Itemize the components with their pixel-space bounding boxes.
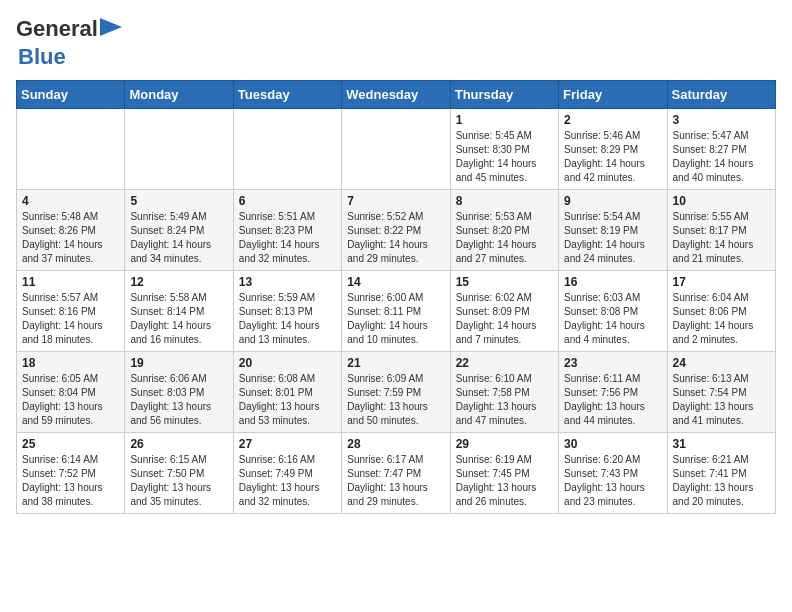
calendar-cell: 2Sunrise: 5:46 AM Sunset: 8:29 PM Daylig…: [559, 109, 667, 190]
weekday-header-friday: Friday: [559, 81, 667, 109]
day-number: 24: [673, 356, 770, 370]
day-number: 7: [347, 194, 444, 208]
day-info: Sunrise: 5:49 AM Sunset: 8:24 PM Dayligh…: [130, 210, 227, 266]
day-number: 22: [456, 356, 553, 370]
day-info: Sunrise: 6:13 AM Sunset: 7:54 PM Dayligh…: [673, 372, 770, 428]
calendar-table: SundayMondayTuesdayWednesdayThursdayFrid…: [16, 80, 776, 514]
calendar-cell: 25Sunrise: 6:14 AM Sunset: 7:52 PM Dayli…: [17, 433, 125, 514]
page-header: General Blue: [16, 16, 776, 70]
calendar-cell: 12Sunrise: 5:58 AM Sunset: 8:14 PM Dayli…: [125, 271, 233, 352]
calendar-cell: 27Sunrise: 6:16 AM Sunset: 7:49 PM Dayli…: [233, 433, 341, 514]
day-info: Sunrise: 6:03 AM Sunset: 8:08 PM Dayligh…: [564, 291, 661, 347]
logo-arrow-icon: [100, 18, 122, 36]
calendar-cell: [342, 109, 450, 190]
calendar-cell: 31Sunrise: 6:21 AM Sunset: 7:41 PM Dayli…: [667, 433, 775, 514]
day-info: Sunrise: 6:09 AM Sunset: 7:59 PM Dayligh…: [347, 372, 444, 428]
day-number: 8: [456, 194, 553, 208]
calendar-cell: 9Sunrise: 5:54 AM Sunset: 8:19 PM Daylig…: [559, 190, 667, 271]
day-number: 14: [347, 275, 444, 289]
calendar-week-row: 25Sunrise: 6:14 AM Sunset: 7:52 PM Dayli…: [17, 433, 776, 514]
day-number: 6: [239, 194, 336, 208]
calendar-cell: 23Sunrise: 6:11 AM Sunset: 7:56 PM Dayli…: [559, 352, 667, 433]
logo-blue: Blue: [18, 44, 66, 69]
day-number: 17: [673, 275, 770, 289]
day-number: 30: [564, 437, 661, 451]
day-number: 26: [130, 437, 227, 451]
calendar-cell: 26Sunrise: 6:15 AM Sunset: 7:50 PM Dayli…: [125, 433, 233, 514]
calendar-cell: 5Sunrise: 5:49 AM Sunset: 8:24 PM Daylig…: [125, 190, 233, 271]
day-number: 12: [130, 275, 227, 289]
calendar-cell: 13Sunrise: 5:59 AM Sunset: 8:13 PM Dayli…: [233, 271, 341, 352]
day-info: Sunrise: 6:11 AM Sunset: 7:56 PM Dayligh…: [564, 372, 661, 428]
calendar-cell: 29Sunrise: 6:19 AM Sunset: 7:45 PM Dayli…: [450, 433, 558, 514]
day-info: Sunrise: 5:55 AM Sunset: 8:17 PM Dayligh…: [673, 210, 770, 266]
calendar-cell: 22Sunrise: 6:10 AM Sunset: 7:58 PM Dayli…: [450, 352, 558, 433]
day-info: Sunrise: 6:17 AM Sunset: 7:47 PM Dayligh…: [347, 453, 444, 509]
calendar-cell: 11Sunrise: 5:57 AM Sunset: 8:16 PM Dayli…: [17, 271, 125, 352]
calendar-cell: 21Sunrise: 6:09 AM Sunset: 7:59 PM Dayli…: [342, 352, 450, 433]
day-number: 21: [347, 356, 444, 370]
day-number: 15: [456, 275, 553, 289]
calendar-cell: 8Sunrise: 5:53 AM Sunset: 8:20 PM Daylig…: [450, 190, 558, 271]
day-number: 5: [130, 194, 227, 208]
calendar-cell: 24Sunrise: 6:13 AM Sunset: 7:54 PM Dayli…: [667, 352, 775, 433]
day-info: Sunrise: 5:57 AM Sunset: 8:16 PM Dayligh…: [22, 291, 119, 347]
day-info: Sunrise: 5:48 AM Sunset: 8:26 PM Dayligh…: [22, 210, 119, 266]
day-number: 19: [130, 356, 227, 370]
day-number: 28: [347, 437, 444, 451]
svg-marker-0: [100, 18, 122, 36]
calendar-cell: 14Sunrise: 6:00 AM Sunset: 8:11 PM Dayli…: [342, 271, 450, 352]
weekday-header-saturday: Saturday: [667, 81, 775, 109]
calendar-cell: [233, 109, 341, 190]
day-info: Sunrise: 6:04 AM Sunset: 8:06 PM Dayligh…: [673, 291, 770, 347]
calendar-cell: [17, 109, 125, 190]
weekday-header-sunday: Sunday: [17, 81, 125, 109]
day-info: Sunrise: 6:14 AM Sunset: 7:52 PM Dayligh…: [22, 453, 119, 509]
day-info: Sunrise: 5:47 AM Sunset: 8:27 PM Dayligh…: [673, 129, 770, 185]
day-number: 1: [456, 113, 553, 127]
day-info: Sunrise: 6:02 AM Sunset: 8:09 PM Dayligh…: [456, 291, 553, 347]
day-number: 3: [673, 113, 770, 127]
weekday-header-monday: Monday: [125, 81, 233, 109]
calendar-week-row: 1Sunrise: 5:45 AM Sunset: 8:30 PM Daylig…: [17, 109, 776, 190]
day-info: Sunrise: 5:45 AM Sunset: 8:30 PM Dayligh…: [456, 129, 553, 185]
day-info: Sunrise: 5:58 AM Sunset: 8:14 PM Dayligh…: [130, 291, 227, 347]
calendar-cell: 18Sunrise: 6:05 AM Sunset: 8:04 PM Dayli…: [17, 352, 125, 433]
day-info: Sunrise: 6:20 AM Sunset: 7:43 PM Dayligh…: [564, 453, 661, 509]
calendar-cell: [125, 109, 233, 190]
calendar-cell: 17Sunrise: 6:04 AM Sunset: 8:06 PM Dayli…: [667, 271, 775, 352]
day-info: Sunrise: 6:05 AM Sunset: 8:04 PM Dayligh…: [22, 372, 119, 428]
weekday-header-row: SundayMondayTuesdayWednesdayThursdayFrid…: [17, 81, 776, 109]
day-info: Sunrise: 6:08 AM Sunset: 8:01 PM Dayligh…: [239, 372, 336, 428]
day-number: 25: [22, 437, 119, 451]
day-number: 29: [456, 437, 553, 451]
logo: General Blue: [16, 16, 98, 70]
calendar-cell: 10Sunrise: 5:55 AM Sunset: 8:17 PM Dayli…: [667, 190, 775, 271]
calendar-cell: 1Sunrise: 5:45 AM Sunset: 8:30 PM Daylig…: [450, 109, 558, 190]
calendar-cell: 30Sunrise: 6:20 AM Sunset: 7:43 PM Dayli…: [559, 433, 667, 514]
day-info: Sunrise: 6:00 AM Sunset: 8:11 PM Dayligh…: [347, 291, 444, 347]
weekday-header-tuesday: Tuesday: [233, 81, 341, 109]
calendar-cell: 19Sunrise: 6:06 AM Sunset: 8:03 PM Dayli…: [125, 352, 233, 433]
day-number: 11: [22, 275, 119, 289]
calendar-cell: 7Sunrise: 5:52 AM Sunset: 8:22 PM Daylig…: [342, 190, 450, 271]
weekday-header-thursday: Thursday: [450, 81, 558, 109]
day-number: 20: [239, 356, 336, 370]
day-number: 23: [564, 356, 661, 370]
calendar-week-row: 18Sunrise: 6:05 AM Sunset: 8:04 PM Dayli…: [17, 352, 776, 433]
day-info: Sunrise: 6:15 AM Sunset: 7:50 PM Dayligh…: [130, 453, 227, 509]
day-info: Sunrise: 5:53 AM Sunset: 8:20 PM Dayligh…: [456, 210, 553, 266]
day-number: 9: [564, 194, 661, 208]
calendar-cell: 15Sunrise: 6:02 AM Sunset: 8:09 PM Dayli…: [450, 271, 558, 352]
day-info: Sunrise: 5:51 AM Sunset: 8:23 PM Dayligh…: [239, 210, 336, 266]
day-info: Sunrise: 5:54 AM Sunset: 8:19 PM Dayligh…: [564, 210, 661, 266]
calendar-cell: 6Sunrise: 5:51 AM Sunset: 8:23 PM Daylig…: [233, 190, 341, 271]
day-number: 27: [239, 437, 336, 451]
day-info: Sunrise: 6:16 AM Sunset: 7:49 PM Dayligh…: [239, 453, 336, 509]
day-info: Sunrise: 5:46 AM Sunset: 8:29 PM Dayligh…: [564, 129, 661, 185]
day-number: 31: [673, 437, 770, 451]
calendar-cell: 28Sunrise: 6:17 AM Sunset: 7:47 PM Dayli…: [342, 433, 450, 514]
day-number: 2: [564, 113, 661, 127]
day-number: 18: [22, 356, 119, 370]
day-info: Sunrise: 6:21 AM Sunset: 7:41 PM Dayligh…: [673, 453, 770, 509]
